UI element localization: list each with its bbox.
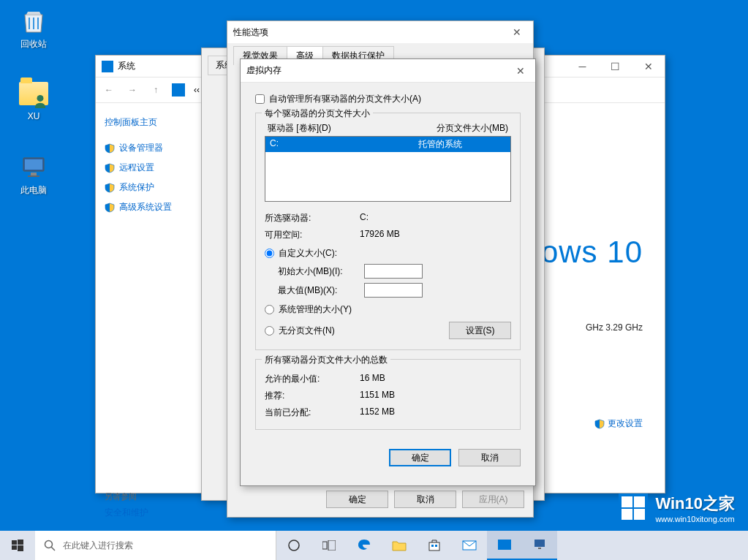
sidebar-item-remote-settings[interactable]: 远程设置 [105, 162, 197, 174]
desktop-recycle-bin[interactable]: 回收站 [6, 6, 61, 50]
svg-point-0 [37, 95, 44, 102]
max-size-label: 最大值(MB)(X): [278, 284, 358, 297]
close-button[interactable]: ✕ [506, 59, 535, 83]
ok-button[interactable]: 确定 [326, 491, 388, 508]
search-box[interactable]: 在此键入进行搜索 [35, 531, 276, 560]
shield-icon [105, 163, 115, 173]
maximize-button[interactable]: ☐ [599, 56, 632, 77]
svg-rect-3 [31, 173, 37, 175]
no-paging-label: 无分页文件(N) [279, 325, 335, 337]
svg-rect-16 [435, 545, 437, 547]
shield-icon [105, 183, 115, 193]
cancel-button[interactable]: 取消 [394, 491, 456, 508]
shield-icon [105, 203, 115, 213]
no-paging-radio[interactable] [265, 326, 274, 336]
start-button[interactable] [0, 531, 35, 560]
drive-list[interactable]: C: 托管的系统 [265, 136, 511, 202]
watermark-url: www.win10xitong.com [655, 515, 735, 523]
totals-group-title: 所有驱动器分页文件大小的总数 [262, 354, 390, 366]
svg-rect-18 [534, 540, 545, 547]
vm-title: 虚拟内存 [246, 64, 282, 77]
perf-window-title: 性能选项 [233, 26, 268, 39]
svg-rect-14 [429, 542, 439, 550]
sidebar-item-system-protection[interactable]: 系统保护 [105, 181, 197, 194]
initial-size-label: 初始大小(MB)(I): [278, 265, 358, 278]
system-taskbar[interactable] [522, 531, 557, 560]
system-managed-radio[interactable] [265, 305, 274, 314]
watermark: Win10之家 www.win10xitong.com [619, 493, 735, 523]
task-view-button[interactable] [311, 531, 347, 560]
perf-window-titlebar[interactable]: 性能选项 ✕ [227, 21, 533, 43]
free-space-label: 可用空间: [265, 229, 360, 241]
pc-icon [172, 83, 185, 97]
auto-manage-checkbox[interactable] [255, 94, 265, 104]
svg-rect-8 [18, 545, 23, 551]
vm-titlebar[interactable]: 虚拟内存 ✕ [241, 59, 535, 83]
free-space-value: 17926 MB [360, 229, 400, 241]
explorer-button[interactable] [382, 531, 417, 560]
ok-button[interactable]: 确定 [389, 449, 451, 466]
min-allowed-value: 16 MB [360, 373, 385, 385]
desktop-this-pc[interactable]: 此电脑 [6, 152, 61, 197]
drive-row[interactable]: C: 托管的系统 [265, 137, 510, 152]
mail-button[interactable] [452, 531, 487, 560]
forward-button[interactable]: → [125, 83, 140, 97]
watermark-brand: Win10之家 [655, 494, 735, 512]
control-panel-home-link[interactable]: 控制面板主页 [105, 116, 197, 129]
up-button[interactable]: ↑ [148, 83, 163, 97]
svg-rect-2 [25, 159, 42, 170]
search-placeholder: 在此键入进行搜索 [63, 540, 133, 552]
recommended-label: 推荐: [265, 390, 360, 402]
auto-manage-label: 自动管理所有驱动器的分页文件大小(A) [269, 93, 421, 105]
system-managed-label: 系统管理的大小(Y) [279, 303, 352, 316]
recycle-bin-icon [19, 6, 48, 35]
cancel-button[interactable]: 取消 [458, 449, 521, 466]
svg-rect-15 [431, 545, 434, 547]
custom-size-label: 自定义大小(C): [279, 247, 337, 260]
search-icon [44, 540, 56, 551]
custom-size-radio[interactable] [265, 249, 274, 258]
edge-button[interactable] [347, 531, 382, 560]
taskbar: 在此键入进行搜索 [0, 531, 748, 560]
svg-rect-5 [12, 540, 17, 545]
apply-button[interactable]: 应用(A) [462, 491, 524, 508]
see-also-link[interactable]: 安全和维护 [105, 507, 197, 519]
svg-line-10 [51, 547, 55, 550]
close-button[interactable]: ✕ [632, 56, 665, 77]
windows-logo-icon [12, 540, 23, 551]
store-button[interactable] [417, 531, 452, 560]
chevron-icon: ‹‹ [194, 85, 200, 95]
cortana-button[interactable] [276, 531, 311, 560]
svg-rect-19 [538, 548, 541, 549]
max-size-input[interactable] [364, 283, 423, 298]
store-icon [428, 539, 441, 552]
watermark-logo-icon [619, 493, 648, 523]
per-drive-group: 每个驱动器的分页文件大小 驱动器 [卷标](D) 分页文件大小(MB) C: 托… [255, 113, 521, 350]
control-panel-taskbar[interactable] [487, 531, 522, 560]
mail-icon [462, 540, 477, 550]
set-button[interactable]: 设置(S) [449, 322, 511, 339]
desktop-user-folder[interactable]: XU [6, 79, 61, 121]
sidebar-item-device-manager[interactable]: 设备管理器 [105, 142, 197, 154]
monitor-icon [19, 152, 48, 181]
back-button[interactable]: ← [102, 83, 116, 97]
sidebar-item-advanced-settings[interactable]: 高级系统设置 [105, 201, 197, 213]
size-header-label: 分页文件大小(MB) [437, 122, 508, 135]
svg-rect-12 [322, 542, 327, 549]
virtual-memory-dialog: 虚拟内存 ✕ 自动管理所有驱动器的分页文件大小(A) 每个驱动器的分页文件大小 … [240, 58, 536, 486]
cpu-info-text: GHz 3.29 GHz [586, 322, 643, 333]
svg-rect-13 [328, 540, 336, 550]
monitor-icon [533, 538, 546, 551]
svg-rect-6 [18, 540, 23, 545]
change-settings-link[interactable]: 更改设置 [594, 417, 643, 430]
close-button[interactable]: ✕ [500, 21, 533, 43]
selected-drive-label: 所选驱动器: [265, 212, 360, 224]
min-allowed-label: 允许的最小值: [265, 373, 360, 385]
circle-icon [287, 539, 301, 552]
system-window-title: 系统 [118, 60, 135, 72]
recommended-value: 1151 MB [360, 390, 395, 402]
minimize-button[interactable]: ─ [566, 56, 599, 77]
initial-size-input[interactable] [364, 264, 423, 279]
shield-icon [105, 143, 115, 154]
edge-icon [357, 538, 371, 553]
